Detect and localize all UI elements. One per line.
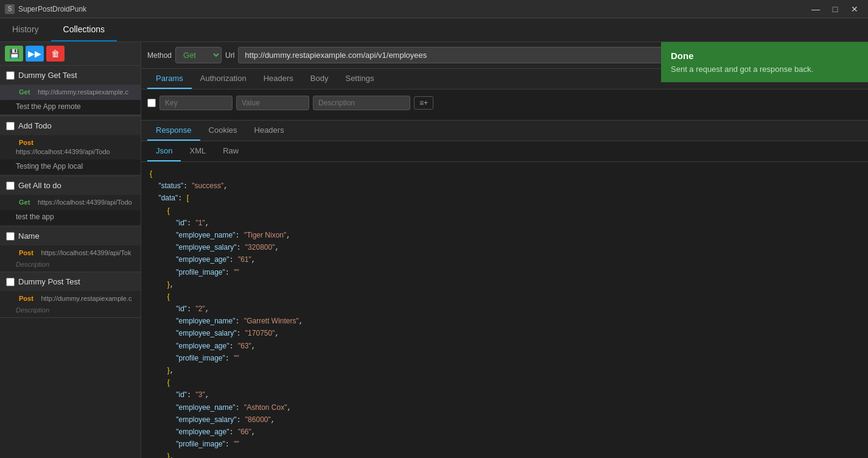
titlebar: S SuperPostDroidPunk — □ ✕ [0,0,868,18]
collection-name-add-todo: Add Todo [18,121,52,130]
titlebar-left: S SuperPostDroidPunk [5,4,86,14]
collection-checkbox-dummy-post-test[interactable] [6,278,15,286]
tab-response-headers[interactable]: Headers [246,121,293,141]
params-area: ≡+ [141,90,868,120]
toast-notification: Done Sent a request and got a response b… [661,42,868,82]
collection-sub-add-todo: Post https://localhost:44399/api/Todo [0,135,141,158]
response-tab-bar: Response Cookies Headers [141,121,868,141]
toast-title: Done [671,51,858,61]
sidebar-toolbar: 💾 ▶▶ 🗑 [0,42,141,66]
collection-url-add-todo: https://localhost:44399/api/Todo [16,148,110,155]
format-tab-bar: Json XML Raw [141,141,868,162]
toast-message: Sent a request and got a response back. [671,65,858,74]
tab-body[interactable]: Body [302,69,337,89]
tab-params[interactable]: Params [147,69,192,89]
tab-raw[interactable]: Raw [214,141,247,161]
collection-label-get-all-todo: test the app [0,210,141,225]
minimize-button[interactable]: — [807,2,824,16]
param-row: ≡+ [147,96,862,110]
sidebar-list: Dummy Get Test Get http://dummy.restapie… [0,66,141,458]
param-value-input[interactable] [236,96,309,110]
collection-item-dummy-post-test: Dummy Post Test Post http://dummy.restap… [0,272,141,318]
method-badge-post-todo: Post [16,138,37,147]
content: 💾 ▶▶ 🗑 Dummy Get Test Get http://dummy.r… [0,42,868,458]
maximize-button[interactable]: □ [827,2,844,16]
param-desc-input[interactable] [313,96,410,110]
response-section: Response Cookies Headers Json XML Raw { … [141,120,868,458]
param-checkbox[interactable] [147,99,156,107]
collection-name-dummy-get-test: Dummy Get Test [18,71,77,80]
close-button[interactable]: ✕ [846,2,863,16]
tab-headers[interactable]: Headers [255,69,302,89]
collection-item-get-all-todo: Get All to do Get https://localhost:4439… [0,176,141,227]
collection-label-add-todo: Testing the App local [0,160,141,174]
tab-history[interactable]: History [0,18,51,41]
collection-url-name: https://localhost:44399/api/Tok [41,249,131,256]
titlebar-controls: — □ ✕ [807,2,863,16]
method-label: Method [147,51,172,60]
add-param-button[interactable]: ≡+ [414,96,433,110]
delete-button[interactable]: 🗑 [46,46,65,62]
collection-header-add-todo[interactable]: Add Todo [0,116,141,135]
collection-item-add-todo: Add Todo Post https://localhost:44399/ap… [0,116,141,176]
sidebar: 💾 ▶▶ 🗑 Dummy Get Test Get http://dummy.r… [0,42,141,458]
tab-json[interactable]: Json [147,141,181,161]
collection-checkbox-add-todo[interactable] [6,122,15,130]
collection-url-dummy-get: http://dummy.restapiexample.c [38,88,128,96]
collection-header-dummy-get-test[interactable]: Dummy Get Test [0,66,141,85]
collection-header-name[interactable]: Name [0,227,141,245]
collection-url-dummy-post: http://dummy.restapiexample.c [41,295,131,302]
collection-sub-dummy-post-test: Post http://dummy.restapiexample.c [0,291,141,305]
tab-response[interactable]: Response [147,121,200,141]
collection-desc-dummy-post: Description [0,305,141,317]
method-badge-get-all: Get [16,198,33,206]
collection-name-get-all-todo: Get All to do [18,181,61,190]
collection-checkbox-get-all-todo[interactable] [6,181,15,190]
nav-tabs: History Collections [0,18,868,42]
method-select[interactable]: Get Post Put Delete Patch [175,47,222,63]
app-title: SuperPostDroidPunk [18,5,86,13]
collection-url-get-all: https://localhost:44399/api/Todo [38,199,132,206]
collection-header-get-all-todo[interactable]: Get All to do [0,176,141,195]
method-badge-post-dummy: Post [16,294,37,303]
save-button[interactable]: 💾 [5,46,23,62]
tab-collections[interactable]: Collections [51,18,117,41]
main-panel: Done Sent a request and got a response b… [141,42,868,458]
param-key-input[interactable] [159,96,233,110]
app: History Collections 💾 ▶▶ 🗑 Dummy Get Tes… [0,18,868,458]
collection-header-dummy-post-test[interactable]: Dummy Post Test [0,272,141,291]
collection-name-name: Name [18,231,40,241]
collection-checkbox-dummy-get-test[interactable] [6,71,15,80]
collection-item-dummy-get-test: Dummy Get Test Get http://dummy.restapie… [0,66,141,116]
app-icon: S [5,4,15,14]
collection-sub-name: Post https://localhost:44399/api/Tok [0,245,141,259]
tab-cookies[interactable]: Cookies [200,121,246,141]
forward-button[interactable]: ▶▶ [26,46,44,62]
response-body: { "status": "success", "data": [ { "id":… [141,162,868,458]
method-badge-get: Get [16,88,33,96]
collection-name-dummy-post-test: Dummy Post Test [18,277,80,286]
collection-label-dummy-get: Test the App remote [0,100,141,114]
tab-authorization[interactable]: Authorization [192,69,255,89]
url-label: Url [225,51,234,60]
collection-desc-name: Description [0,259,141,272]
tab-settings[interactable]: Settings [337,69,382,89]
collection-sub-get-all-todo: Get https://localhost:44399/api/Todo [0,195,141,209]
tab-xml[interactable]: XML [181,141,214,161]
collection-sub-dummy-get-test: Get http://dummy.restapiexample.c [0,85,141,99]
collection-item-name: Name Post https://localhost:44399/api/To… [0,227,141,272]
collection-checkbox-name[interactable] [6,232,15,241]
method-badge-post-name: Post [16,248,37,257]
